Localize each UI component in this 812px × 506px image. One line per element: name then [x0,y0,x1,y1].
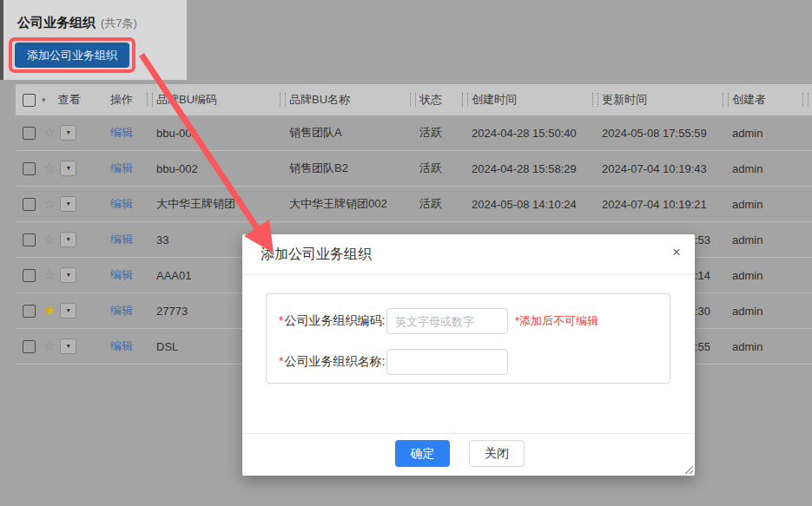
creator: admin [732,340,762,353]
required-asterisk: * [279,313,283,327]
row-checkbox[interactable] [23,340,36,353]
bu-code: 大中华王牌销团 [156,196,235,212]
row-checkbox[interactable] [23,233,36,246]
row-dropdown-button[interactable]: ▾ [60,161,76,176]
bu-code: AAA01 [156,269,191,282]
modal-form-fieldset: *公司业务组织编码: *添加后不可编辑 *公司业务组织名称: [266,293,670,384]
header-view: 查看 [58,92,81,108]
creator: admin [732,233,762,246]
select-all-checkbox[interactable] [23,94,36,107]
header-updated: 更新时间 [602,92,647,108]
updated-time: 2024-07-04 10:19:43 [602,162,707,175]
row-checkbox[interactable] [23,127,36,140]
column-resize-handle[interactable] [280,93,286,107]
form-row-name: *公司业务组织名称: [279,349,508,375]
name-field-label: *公司业务组织名称: [279,354,386,370]
favorite-star-icon[interactable]: ☆ [43,161,56,175]
creator: admin [732,305,762,318]
column-resize-handle[interactable] [410,93,416,107]
row-dropdown-button[interactable]: ▾ [60,232,76,247]
highlight-bright-region [3,0,187,80]
row-checkbox[interactable] [23,269,36,282]
status: 活跃 [419,196,442,212]
table-row: ☆▾ 编辑 bbu-001 销售团队A 活跃 2024-04-28 15:50:… [16,115,812,151]
bu-name: 大中华王牌销团002 [289,196,387,212]
table-row: ☆▾ 编辑 bbu-002 销售团队B2 活跃 2024-04-28 15:58… [16,151,812,187]
column-resize-handle[interactable] [723,93,729,107]
header-status: 状态 [419,92,442,108]
creator: admin [732,162,762,175]
row-checkbox[interactable] [23,198,36,211]
bu-code: DSL [156,340,178,353]
column-resize-handle[interactable] [147,93,153,107]
column-resize-handle[interactable] [592,93,598,107]
modal-header: 添加公司业务组织 × [242,234,695,275]
status: 活跃 [419,125,442,141]
organization-code-input[interactable] [386,308,508,334]
column-resize-handle[interactable] [802,93,809,107]
created-time: 2024-04-28 15:50:40 [472,127,577,140]
row-dropdown-button[interactable]: ▾ [60,196,76,212]
edit-link[interactable]: 编辑 [110,267,133,283]
page-title: 公司业务组织 [17,15,96,31]
select-dropdown-caret-icon[interactable]: ▾ [42,95,46,104]
creator: admin [732,198,762,211]
caret-down-icon: ▾ [67,165,70,172]
created-time: 2024-05-08 14:10:24 [472,198,577,211]
window-edge [0,0,3,80]
modal-footer: 确定 关闭 [242,433,695,476]
bu-code: bbu-001 [156,127,198,140]
table-header: ▾ 查看 操作 品牌BU编码 品牌BU名称 状态 创建时间 更新时间 创建者 [16,84,812,115]
bu-code: 33 [156,233,168,246]
row-dropdown-button[interactable]: ▾ [60,303,76,319]
updated-time: 2024-05-08 17:55:59 [602,127,707,140]
edit-link[interactable]: 编辑 [110,161,133,176]
page-title-row: 公司业务组织 (共7条) [17,15,137,31]
edit-link[interactable]: 编辑 [110,196,133,212]
edit-link[interactable]: 编辑 [110,232,133,247]
creator: admin [732,269,762,282]
column-resize-handle[interactable] [462,93,468,107]
close-icon[interactable]: × [672,245,681,260]
caret-down-icon: ▾ [67,343,70,350]
header-bu-code: 品牌BU编码 [156,92,217,108]
row-checkbox[interactable] [23,305,36,318]
edit-link[interactable]: 编辑 [110,125,133,141]
organization-name-input[interactable] [386,349,508,375]
header-action: 操作 [110,92,133,108]
caret-down-icon: ▾ [67,200,70,207]
bu-name: 销售团队A [289,125,342,141]
row-dropdown-button[interactable]: ▾ [60,267,76,283]
code-immutable-note: *添加后不可编辑 [515,313,598,329]
confirm-button[interactable]: 确定 [395,440,450,467]
form-row-code: *公司业务组织编码: *添加后不可编辑 [279,308,598,334]
bu-code: bbu-002 [156,162,198,175]
record-count: (共7条) [101,16,137,31]
creator: admin [732,127,762,140]
row-dropdown-button[interactable]: ▾ [60,338,76,354]
updated-time-fragment: :55 [695,340,710,353]
header-creator: 创建者 [732,92,766,108]
edit-link[interactable]: 编辑 [110,338,133,354]
caret-down-icon: ▾ [67,307,70,314]
caret-down-icon: ▾ [67,236,70,243]
close-button[interactable]: 关闭 [469,440,525,467]
updated-time-fragment: :53 [695,233,710,246]
edit-link[interactable]: 编辑 [110,303,133,319]
favorite-star-icon-filled[interactable]: ★ [43,304,56,318]
modal-title: 添加公司业务组织 [261,246,372,264]
add-organization-modal: 添加公司业务组织 × *公司业务组织编码: *添加后不可编辑 *公司业务组织名称… [242,234,695,476]
status: 活跃 [419,161,442,176]
add-organization-button[interactable]: 添加公司业务组织 [15,43,129,68]
row-checkbox[interactable] [23,162,36,175]
favorite-star-icon[interactable]: ☆ [43,339,56,353]
required-asterisk: * [279,354,283,368]
favorite-star-icon[interactable]: ☆ [43,126,56,140]
row-dropdown-button[interactable]: ▾ [60,125,76,141]
favorite-star-icon[interactable]: ☆ [43,268,56,282]
favorite-star-icon[interactable]: ☆ [43,233,56,246]
updated-time: 2024-07-04 10:19:21 [602,198,707,211]
code-field-label: *公司业务组织编码: [279,313,386,329]
resize-handle[interactable] [683,463,693,474]
favorite-star-icon[interactable]: ☆ [43,197,56,211]
